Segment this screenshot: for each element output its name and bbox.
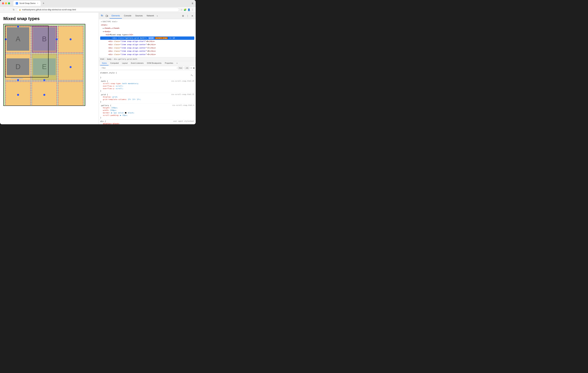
tab-network[interactable]: Network — [145, 13, 156, 19]
snap-item-f — [58, 54, 83, 80]
filter-cls-button[interactable]: .cls — [184, 66, 189, 69]
snap-item-c — [58, 26, 83, 53]
event-listeners-tab[interactable]: Event Listeners — [129, 61, 145, 65]
css-prop-overflow-y: overflow-y: scroll; — [100, 87, 194, 90]
snap-dot-f — [70, 66, 72, 68]
device-mode-icon[interactable] — [105, 14, 109, 18]
minimize-button[interactable] — [5, 2, 7, 4]
profile-icon[interactable]: ⏸ — [191, 2, 194, 5]
bookmark-icon[interactable]: ☆ — [180, 8, 183, 11]
dom-line-item-d[interactable]: <div class="item snap-align-center">D</d… — [100, 50, 194, 53]
snap-dot-d-bottom — [17, 79, 19, 81]
tab-console[interactable]: Console — [122, 13, 133, 19]
snap-dot-c — [70, 38, 72, 40]
bc-sep-2: › — [112, 58, 113, 60]
dom-line-div-selected[interactable]: ... ▼ <div class="gallery grid both"> gr… — [100, 36, 194, 40]
address-input[interactable]: 🔒 mathiasbynens.github.io/css-dbg-storie… — [17, 8, 179, 12]
dom-line-doctype[interactable]: <!DOCTYPE html> — [100, 20, 194, 23]
profile-avatar[interactable]: 👤 — [188, 8, 190, 11]
refresh-button[interactable]: ↻ — [12, 8, 15, 11]
main-content: Mixed snap types A — [0, 13, 196, 124]
close-devtools-icon[interactable]: ✕ — [190, 14, 194, 18]
css-close-brace-grid: } — [100, 101, 101, 103]
dom-breakpoints-tab[interactable]: DOM Breakpoints — [145, 61, 163, 65]
snap-dot-a-left — [5, 38, 7, 40]
page-content: Mixed snap types A — [0, 13, 99, 124]
tab-label: Scroll Snap Demo — [19, 2, 36, 4]
properties-tab[interactable]: Properties — [163, 61, 175, 65]
bc-body[interactable]: body — [107, 58, 112, 60]
layout-tab[interactable]: Layout — [120, 61, 129, 65]
active-tab[interactable]: S Scroll Snap Demo ✕ — [13, 1, 41, 6]
bc-html[interactable]: html — [100, 58, 105, 60]
snap-item-e: E — [32, 54, 57, 80]
css-rule-gallery: .gallery { css-scroll-snap.html:4 height… — [99, 104, 196, 120]
css-source-grid[interactable]: css-scroll-snap.html:15 — [171, 94, 194, 96]
css-source-gallery[interactable]: css-scroll-snap.html:4 — [172, 104, 194, 107]
dom-line-item-c[interactable]: <div class="item snap-align-center">C</d… — [100, 46, 194, 50]
css-prop-height: height: 150px; — [100, 107, 194, 109]
dom-line-html[interactable]: <html> — [100, 23, 194, 27]
svg-rect-4 — [106, 15, 107, 17]
new-tab-button[interactable]: + — [43, 2, 44, 5]
snap-item-b: B — [32, 26, 57, 53]
css-prop-scroll-snap-type: scroll-snap-type: both mandatory; — [100, 82, 194, 85]
css-selector-gallery: .gallery { — [100, 104, 111, 107]
css-rules-panel: element.style { AA } .both { css-scroll-… — [99, 70, 196, 124]
css-source-both[interactable]: css-scroll-snap.html:29 — [171, 80, 194, 82]
css-selector-both: .both { — [100, 80, 108, 82]
more-tabs-button[interactable]: » — [156, 13, 158, 18]
filter-toggle-button[interactable]: ◀ — [193, 67, 194, 69]
dom-line-head[interactable]: ▶<head>…</head> — [100, 27, 194, 30]
css-close-brace-gallery: } — [100, 117, 101, 119]
devtools-panel: Elements Console Sources Network » ⚙ ⋮ — [99, 13, 196, 124]
css-close-brace-both: } — [100, 90, 101, 92]
browser-toolbar-icons: ⏸ — [191, 2, 194, 5]
css-rule-element-style: element.style { AA } — [99, 71, 196, 79]
styles-more-tab[interactable]: » — [175, 61, 179, 65]
forward-button[interactable]: → — [7, 8, 11, 11]
address-toolbar: ☆ 🧩 👤 ⋮ — [180, 8, 194, 11]
tab-elements[interactable]: Elements — [110, 13, 122, 19]
filter-hov-button[interactable]: :hov — [178, 66, 183, 69]
css-prop-border: border: ▶ 1px solid black; — [100, 112, 194, 114]
close-button[interactable] — [2, 2, 4, 4]
filter-bar: :hov .cls + ◀ — [99, 65, 196, 70]
dom-line-item-e[interactable]: <div class="item snap-align-center">E</d… — [100, 53, 194, 56]
styles-panel-tabs: Styles Computed Layout Event Listeners D… — [99, 61, 196, 65]
extensions-icon[interactable]: 🧩 — [184, 8, 187, 11]
lock-icon: 🔒 — [19, 9, 21, 11]
item-a-inner: A — [7, 27, 29, 51]
devtools-more-icon[interactable]: ⋮ — [186, 14, 190, 18]
snap-item-g — [5, 81, 31, 106]
snap-dot-b-right — [56, 38, 58, 40]
tab-close-button[interactable]: ✕ — [37, 2, 38, 4]
css-prop-width: width: 150px; — [100, 109, 194, 112]
dom-line-item-b[interactable]: <div class="item snap-align-center">B</d… — [100, 43, 194, 46]
breadcrumb: html › body › div.gallery.grid.both — [99, 57, 196, 61]
css-prop-display-grid: display: grid; — [100, 96, 194, 98]
css-prop-overflow-x: overflow-x: scroll; — [100, 85, 194, 87]
styles-tab[interactable]: Styles — [100, 61, 108, 65]
filter-add-button[interactable]: + — [190, 67, 192, 69]
settings-icon[interactable]: ⚙ — [181, 14, 185, 18]
tab-sources[interactable]: Sources — [133, 13, 145, 19]
inspector-icon[interactable] — [100, 14, 104, 18]
tab-bar: S Scroll Snap Demo ✕ + — [13, 1, 190, 6]
snap-item-h — [32, 81, 57, 106]
dom-line-body[interactable]: ▼<body> — [100, 30, 194, 33]
filter-input[interactable] — [100, 66, 177, 70]
page-title: Mixed snap types — [3, 16, 95, 21]
menu-icon[interactable]: ⋮ — [191, 8, 194, 11]
css-prop-scroll-padding: scroll-padding: ▶ 10px; — [100, 114, 194, 117]
dom-line-h3[interactable]: <h3>Mixed snap types</h3> — [100, 33, 194, 36]
css-source-div[interactable]: user agent stylesheet — [173, 120, 194, 122]
maximize-button[interactable] — [8, 2, 10, 4]
dom-line-item-a[interactable]: <div class="item snap-align-start">A</di… — [100, 40, 194, 43]
back-button[interactable]: ← — [2, 8, 6, 11]
css-aa-icon: AA — [191, 74, 193, 76]
snap-demo-container[interactable]: A B — [3, 24, 85, 106]
bc-current[interactable]: div.gallery.grid.both — [114, 58, 137, 60]
item-e-inner: E — [33, 58, 55, 75]
computed-tab[interactable]: Computed — [108, 61, 120, 65]
